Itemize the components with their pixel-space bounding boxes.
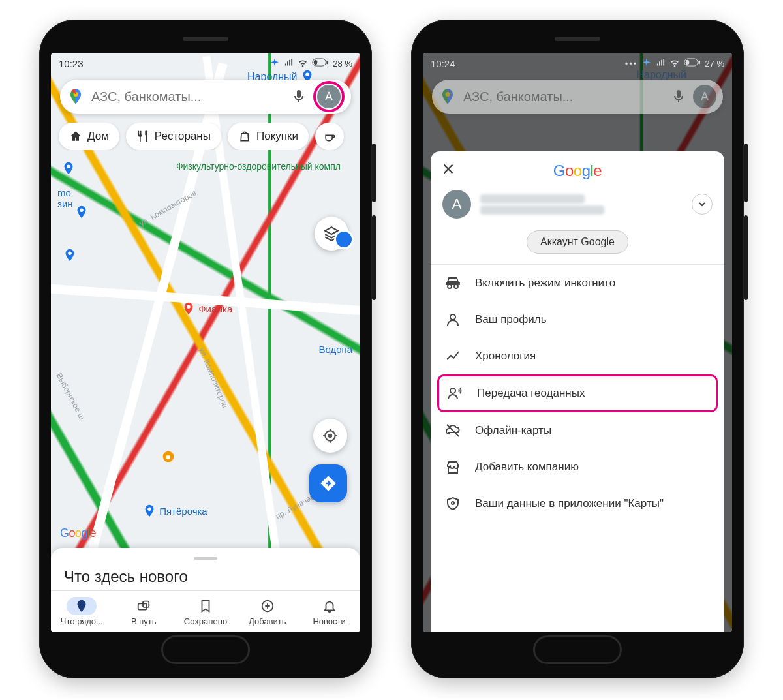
account-row[interactable]: А <box>431 185 724 222</box>
account-sheet: Google А Аккаунт Google Включить режим и… <box>431 151 724 632</box>
status-time: 10:24 <box>431 58 455 69</box>
svg-rect-2 <box>327 61 329 65</box>
google-maps-icon <box>67 87 85 106</box>
my-location-dot <box>334 230 354 249</box>
google-watermark: Google <box>60 526 96 540</box>
pin-icon <box>74 599 89 613</box>
store-icon <box>445 459 461 475</box>
avatar-button-highlight: А <box>313 81 345 112</box>
svg-rect-1 <box>314 60 318 65</box>
map-poi-fitness[interactable]: Физкультурно-оздоровительный компл <box>176 161 341 172</box>
cloud-off-icon <box>445 423 461 438</box>
svg-point-6 <box>67 165 70 169</box>
nav-saved[interactable]: Сохранено <box>175 591 237 632</box>
menu-your-data[interactable]: Ваши данные в приложении "Карты" <box>431 485 724 522</box>
chip-restaurants[interactable]: Рестораны <box>126 123 221 150</box>
expand-accounts-button[interactable] <box>692 194 713 215</box>
mic-icon <box>671 89 686 104</box>
wifi-icon <box>298 57 308 70</box>
shield-icon <box>445 496 461 511</box>
battery-text: 28 % <box>333 59 352 68</box>
location-status-icon <box>269 57 280 70</box>
wifi-icon <box>669 57 680 70</box>
person-icon <box>445 312 461 327</box>
shopping-icon <box>238 130 251 143</box>
incognito-icon <box>445 275 461 291</box>
chevron-down-icon <box>697 199 707 209</box>
cafe-poi-icon[interactable] <box>162 450 175 463</box>
svg-rect-13 <box>138 603 147 609</box>
svg-point-20 <box>450 314 455 320</box>
timeline-icon <box>445 348 461 364</box>
battery-text: 27 % <box>705 59 724 68</box>
map-poi-fialka[interactable]: Фиалка <box>181 301 232 316</box>
chip-shopping-label: Покупки <box>256 130 298 143</box>
svg-point-7 <box>68 252 72 256</box>
search-bar[interactable]: А <box>60 80 351 114</box>
svg-point-19 <box>446 92 450 97</box>
explore-card-title: Что здесь нового <box>64 568 347 586</box>
menu-incognito[interactable]: Включить режим инкогнито <box>431 265 724 301</box>
plus-circle-icon <box>260 599 275 613</box>
battery-icon <box>312 58 329 68</box>
svg-point-8 <box>187 305 191 309</box>
locate-icon <box>322 427 339 444</box>
nav-explore[interactable]: Что рядо... <box>51 591 113 632</box>
phone-right: 10:24 ••• 27 % Народный А <box>411 20 744 678</box>
close-icon <box>441 162 455 176</box>
account-avatar: А <box>442 190 471 219</box>
drag-handle[interactable] <box>194 557 217 560</box>
location-status-icon <box>641 57 652 70</box>
status-bar: 10:23 28 % <box>51 53 360 73</box>
svg-point-22 <box>452 502 454 504</box>
location-sharing-icon <box>447 386 463 401</box>
chip-restaurants-label: Рестораны <box>155 130 211 143</box>
restaurant-icon <box>136 130 149 143</box>
status-bar: 10:24 ••• 27 % <box>423 53 732 73</box>
directions-button[interactable] <box>309 464 347 502</box>
avatar-dimmed: А <box>693 85 716 108</box>
map-poi-vodopa[interactable]: Водопа <box>318 344 352 355</box>
commute-icon <box>136 599 151 613</box>
search-input[interactable] <box>90 89 291 105</box>
close-button[interactable] <box>441 160 455 181</box>
signal-icon <box>284 57 294 69</box>
home-icon <box>69 130 82 143</box>
google-maps-icon <box>438 87 457 106</box>
menu-timeline[interactable]: Хронология <box>431 338 724 374</box>
search-bar-dimmed: А <box>432 80 723 114</box>
chip-more[interactable] <box>315 123 344 150</box>
directions-icon <box>319 474 337 493</box>
signal-icon <box>656 57 666 69</box>
manage-account-button[interactable]: Аккаунт Google <box>527 230 628 254</box>
svg-point-21 <box>450 388 455 393</box>
more-dots-icon: ••• <box>625 59 638 68</box>
chip-shopping[interactable]: Покупки <box>228 123 309 150</box>
menu-add-business[interactable]: Добавить компанию <box>431 449 724 485</box>
status-time: 10:23 <box>59 58 84 69</box>
locate-button[interactable] <box>313 419 347 453</box>
menu-offline-maps[interactable]: Офлайн-карты <box>431 412 724 449</box>
svg-rect-18 <box>699 61 701 65</box>
nav-go[interactable]: В путь <box>113 591 175 632</box>
battery-icon <box>684 58 701 68</box>
nav-contribute[interactable]: Добавить <box>236 591 298 632</box>
svg-point-10 <box>147 508 151 511</box>
account-info-redacted <box>480 192 692 217</box>
menu-profile[interactable]: Ваш профиль <box>431 301 724 338</box>
map-poi-shop[interactable]: mo зин <box>57 187 73 209</box>
svg-point-5 <box>80 209 84 213</box>
menu-location-sharing[interactable]: Передача геоданных <box>437 374 718 412</box>
chip-home-label: Дом <box>87 130 109 143</box>
coffee-icon <box>323 130 336 143</box>
search-input-dimmed <box>462 89 671 105</box>
chip-home[interactable]: Дом <box>59 123 119 150</box>
mic-icon[interactable] <box>291 89 307 104</box>
svg-rect-17 <box>686 60 690 65</box>
bottom-nav: Что рядо... В путь Сохранено Добавить Но… <box>51 591 360 632</box>
map-poi-pyaterochka[interactable]: Пятёрочка <box>142 504 207 518</box>
avatar-button[interactable]: А <box>317 85 341 108</box>
explore-card[interactable]: Что здесь нового <box>51 548 360 591</box>
svg-point-3 <box>305 73 309 77</box>
nav-updates[interactable]: Новости <box>298 591 360 632</box>
